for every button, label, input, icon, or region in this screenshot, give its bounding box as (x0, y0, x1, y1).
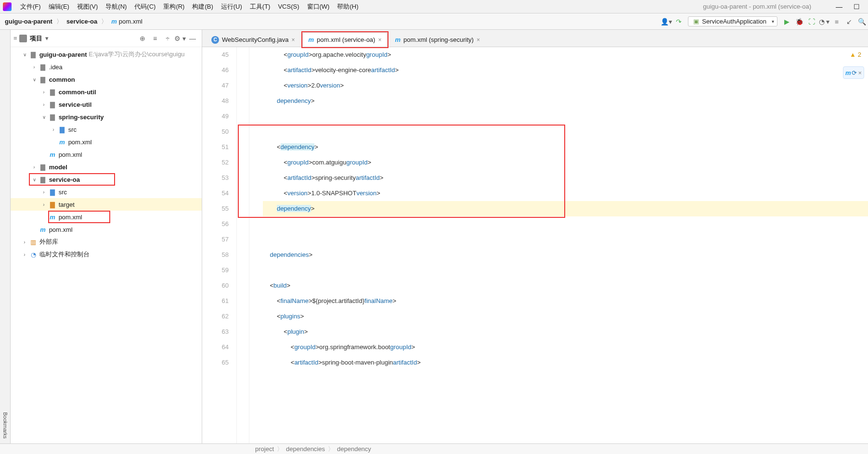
settings-gear-icon[interactable]: ⚙ ▾ (174, 35, 186, 42)
tree-service-util-label: service-util (59, 101, 92, 108)
tree-scratches[interactable]: ›◔ 临时文件和控制台 (11, 248, 202, 261)
marker-gutter (237, 47, 249, 443)
tree-spring-security-label: spring-security (59, 114, 104, 121)
tree-common-pom-label: pom.xml (59, 151, 82, 158)
tree-soa-pom[interactable]: m pom.xml (11, 211, 202, 223)
warning-icon: ▲ (850, 51, 856, 58)
breadcrumb-sep-icon: 〉 (53, 17, 65, 26)
search-everywhere-icon[interactable]: 🔍 (855, 18, 868, 25)
breadcrumb-file[interactable]: mpom.xml (111, 18, 143, 25)
tree-model[interactable]: ›▇ model (11, 161, 202, 173)
close-icon[interactable]: × (292, 37, 295, 43)
tree-service-oa-label: service-oa (49, 176, 80, 183)
coverage-button-icon[interactable]: ⛶ (805, 18, 818, 25)
maven-reload-badge[interactable]: m⟳× (843, 66, 864, 79)
project-tree[interactable]: ∨▇ guigu-oa-parent E:\java学习\云尚办公\course… (11, 47, 202, 443)
menu-window[interactable]: 窗口(W) (303, 2, 334, 11)
code-content[interactable]: <groupId>org.apache.velocitygroupId> <ar… (249, 47, 868, 443)
tree-root-pom[interactable]: m pom.xml (11, 223, 202, 236)
menu-file[interactable]: 文件(F) (16, 2, 45, 11)
status-crumb[interactable]: project (255, 445, 274, 453)
menu-code[interactable]: 代码(C) (130, 2, 159, 11)
toolbar: guigu-oa-parent 〉 service-oa 〉 mpom.xml … (0, 13, 868, 30)
tree-ss-src[interactable]: ›▇ src (11, 123, 202, 136)
code-editor[interactable]: 4546474849505152535455565758596061626364… (202, 47, 868, 443)
tree-service-util[interactable]: ›▇ service-util (11, 98, 202, 111)
tree-soa-src-label: src (59, 189, 67, 196)
spring-boot-icon: ▣ (693, 18, 699, 25)
tree-external-libs-label: 外部库 (39, 238, 58, 246)
menu-vcs[interactable]: VCS(S) (274, 3, 303, 10)
collapse-all-icon[interactable]: ÷ (161, 35, 174, 42)
project-header: ≡ 项目 ▾ ⊕ ≡ ÷ ⚙ ▾ — (11, 30, 202, 47)
line-number-gutter: 4546474849505152535455565758596061626364… (202, 47, 237, 443)
build-hammer-icon[interactable]: ↷ (673, 18, 685, 25)
tree-external-libs[interactable]: ›▥ 外部库 (11, 236, 202, 248)
java-class-icon: C (211, 36, 219, 44)
project-title[interactable]: 项目 (30, 34, 42, 43)
window-title: guigu-oa-parent - pom.xml (service-oa) (703, 3, 830, 10)
maximize-button[interactable]: ☐ (848, 3, 865, 11)
user-icon[interactable]: 👤▾ (660, 18, 673, 25)
tree-soa-src[interactable]: ›▇ src (11, 186, 202, 198)
tree-root[interactable]: ∨▇ guigu-oa-parent E:\java学习\云尚办公\course… (11, 48, 202, 61)
breadcrumb-root[interactable]: guigu-oa-parent (5, 18, 52, 25)
maven-file-icon: m (111, 18, 117, 25)
editor-tabs: C WebSecurityConfig.java × m pom.xml (se… (202, 30, 868, 47)
chevron-down-icon[interactable]: ▾ (45, 35, 49, 42)
tree-soa-target-label: target (59, 201, 75, 208)
select-opened-file-icon[interactable]: ⊕ (136, 35, 149, 42)
expand-all-icon[interactable]: ≡ (149, 35, 161, 42)
tree-idea-label: .idea (49, 63, 63, 71)
stop-button-icon[interactable]: ■ (830, 18, 843, 25)
menu-help[interactable]: 帮助(H) (333, 2, 362, 11)
profiler-button-icon[interactable]: ◔ ▾ (818, 18, 830, 25)
breadcrumb-module[interactable]: service-oa (66, 18, 97, 25)
menu-navigate[interactable]: 导航(N) (102, 2, 130, 11)
menu-view[interactable]: 视图(V) (73, 2, 102, 11)
minimize-button[interactable]: — (830, 3, 848, 11)
breadcrumb-bar: project〉 dependencies〉 dependency (0, 443, 868, 454)
tree-soa-target[interactable]: ›▇ target (11, 198, 202, 211)
breadcrumb-sep-icon: 〉 (98, 17, 110, 26)
tree-common[interactable]: ∨▇ common (11, 73, 202, 86)
tab-label: WebSecurityConfig.java (222, 36, 289, 43)
tab-websecurityconfig[interactable]: C WebSecurityConfig.java × (205, 32, 301, 47)
tree-idea[interactable]: ›▇ .idea (11, 61, 202, 73)
maven-file-icon: m (395, 36, 401, 43)
hide-tool-window-icon[interactable]: — (186, 35, 199, 42)
tab-label: pom.xml (spring-security) (403, 36, 474, 43)
close-icon[interactable]: × (378, 37, 381, 43)
tree-common-util-label: common-util (59, 88, 96, 96)
problems-badge[interactable]: ▲2 (850, 51, 861, 58)
tree-common-pom[interactable]: m pom.xml (11, 148, 202, 161)
tree-spring-security[interactable]: ∨▇ spring-security (11, 111, 202, 123)
tree-ss-pom[interactable]: m pom.xml (11, 136, 202, 148)
menu-refactor[interactable]: 重构(R) (159, 2, 188, 11)
status-crumb[interactable]: dependency (337, 445, 371, 453)
tree-common-util[interactable]: ›▇ common-util (11, 86, 202, 98)
tab-pom-spring-security[interactable]: m pom.xml (spring-security) × (389, 32, 486, 47)
menu-bar: 文件(F) 编辑(E) 视图(V) 导航(N) 代码(C) 重构(R) 构建(B… (0, 0, 868, 13)
git-update-icon[interactable]: ↙ (843, 18, 855, 25)
close-icon[interactable]: × (858, 69, 862, 76)
menu-tools[interactable]: 工具(T) (246, 2, 274, 11)
debug-button-icon[interactable]: 🐞 (793, 18, 805, 25)
run-configuration-dropdown[interactable]: ▣ ServiceAuthApplication (688, 16, 777, 26)
tree-common-label: common (49, 76, 75, 83)
left-tool-strip[interactable]: Bookmarks (0, 30, 11, 443)
menu-build[interactable]: 构建(B) (188, 2, 217, 11)
maven-icon: m (845, 69, 851, 76)
breadcrumb: guigu-oa-parent 〉 service-oa 〉 mpom.xml (0, 17, 143, 26)
run-button-icon[interactable]: ▶ (780, 18, 793, 25)
tree-ss-pom-label: pom.xml (68, 139, 92, 146)
warning-count: 2 (858, 51, 861, 58)
close-icon[interactable]: × (477, 37, 480, 43)
menu-edit[interactable]: 编辑(E) (45, 2, 73, 11)
status-crumb[interactable]: dependencies (286, 445, 325, 453)
tab-pom-service-oa[interactable]: m pom.xml (service-oa) × (302, 32, 388, 47)
tree-scratches-label: 临时文件和控制台 (39, 250, 90, 259)
project-tool-window: ≡ 项目 ▾ ⊕ ≡ ÷ ⚙ ▾ — ∨▇ guigu-oa-parent E:… (11, 30, 202, 443)
tree-service-oa[interactable]: ∨▇ service-oa (11, 173, 202, 186)
menu-run[interactable]: 运行(U) (217, 2, 246, 11)
